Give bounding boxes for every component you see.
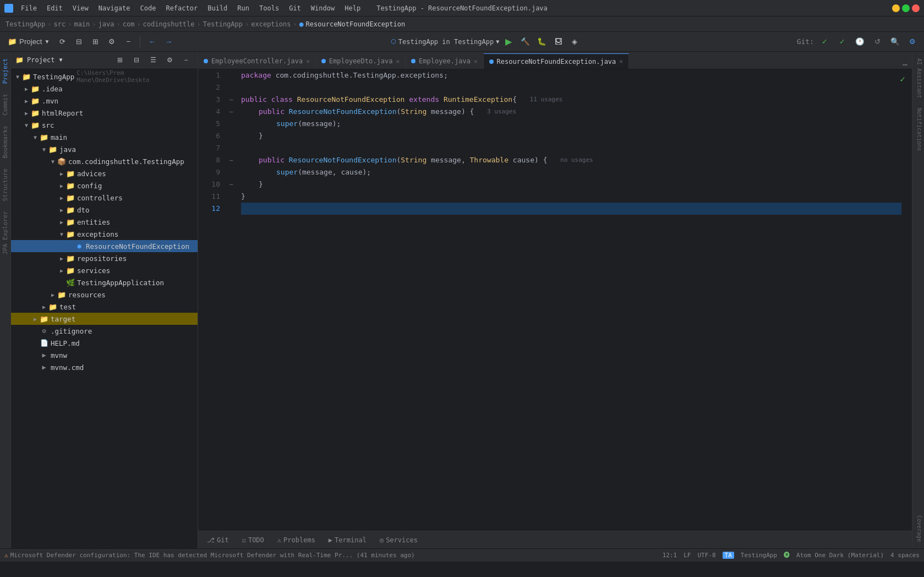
close-button[interactable] xyxy=(912,4,920,12)
indent-setting[interactable]: 4 spaces xyxy=(890,552,920,559)
sidebar-item-jpa[interactable]: JPA Explorer xyxy=(1,206,10,259)
tree-config[interactable]: 📁 config xyxy=(11,179,198,192)
tree-mvnw[interactable]: ▶ mvnw xyxy=(11,349,198,361)
menu-refactor[interactable]: Refactor xyxy=(161,3,202,13)
debug-button[interactable]: 🐛 xyxy=(534,35,549,49)
bottom-tab-git[interactable]: ⎇ Git xyxy=(203,532,233,548)
menu-file[interactable]: File xyxy=(17,3,41,13)
menu-build[interactable]: Build xyxy=(203,3,232,13)
project-toolbar-btn[interactable]: ⊞ xyxy=(113,55,127,66)
project-toolbar-btn3[interactable]: ☰ xyxy=(146,55,160,66)
minus-icon[interactable]: − xyxy=(121,35,135,49)
sidebar-item-commit[interactable]: Commit xyxy=(1,89,10,120)
project-toolbar-btn5[interactable]: − xyxy=(179,55,193,66)
profile-button[interactable]: ◈ xyxy=(567,35,582,49)
tab-resource-not-found[interactable]: ResourceNotFoundException.java ✕ xyxy=(484,53,629,69)
tree-helpmd[interactable]: 📄 HELP.md xyxy=(11,337,198,349)
breadcrumb-item[interactable]: exceptions xyxy=(251,20,291,28)
sidebar-item-project[interactable]: Project xyxy=(1,54,10,88)
tree-mvnwcmd[interactable]: ▶ mvnw.cmd xyxy=(11,361,198,373)
settings-icon[interactable]: ⚙ xyxy=(105,35,119,49)
menu-edit[interactable]: Edit xyxy=(42,3,67,13)
tree-root[interactable]: 📁 TestingApp C:\Users\Prem Mane\OneDrive… xyxy=(11,70,198,83)
tree-repositories[interactable]: 📁 repositories xyxy=(11,252,198,264)
git-checkmark-icon[interactable]: ✓ xyxy=(817,35,832,49)
fold-open[interactable]: − xyxy=(226,106,237,118)
git-check2-icon[interactable]: ✓ xyxy=(835,35,849,49)
encoding[interactable]: UTF-8 xyxy=(697,552,715,559)
tree-app-main[interactable]: 🌿 TestingAppApplication xyxy=(11,276,198,288)
fold-open[interactable]: − xyxy=(226,154,237,166)
code-editor[interactable]: 1 2 3 4 5 6 7 8 9 10 11 12 xyxy=(198,69,912,531)
coverage-button[interactable]: ⛾ xyxy=(551,35,565,49)
tab-close-button[interactable]: ✕ xyxy=(474,58,478,65)
search-button[interactable]: 🔍 xyxy=(888,35,902,49)
project-toolbar-btn2[interactable]: ⊟ xyxy=(129,55,144,66)
forward-button[interactable]: → xyxy=(161,35,176,49)
line-ending[interactable]: LF xyxy=(684,552,691,559)
tree-mvn[interactable]: 📁 .mvn xyxy=(11,95,198,107)
menu-tools[interactable]: Tools xyxy=(255,3,283,13)
menu-run[interactable]: Run xyxy=(233,3,254,13)
status-project[interactable]: TestingApp xyxy=(741,552,777,559)
project-toolbar-btn4[interactable]: ⚙ xyxy=(162,55,177,66)
build-button[interactable]: 🔨 xyxy=(518,35,532,49)
cursor-position[interactable]: 12:1 xyxy=(663,552,677,559)
tree-gitignore[interactable]: ⚙ .gitignore xyxy=(11,325,198,337)
tree-advices[interactable]: 📁 advices xyxy=(11,167,198,179)
breadcrumb-item[interactable]: main xyxy=(74,20,90,28)
bottom-tab-problems[interactable]: ⚠ Problems xyxy=(273,532,320,548)
bottom-tab-terminal[interactable]: ▶ Terminal xyxy=(324,532,371,548)
git-history-icon[interactable]: 🕐 xyxy=(852,35,867,49)
right-sidebar-coverage[interactable]: Coverage xyxy=(914,511,923,546)
menu-navigate[interactable]: Navigate xyxy=(94,3,135,13)
menu-help[interactable]: Help xyxy=(340,3,365,13)
breadcrumb-item[interactable]: java xyxy=(99,20,114,28)
tree-htmlreport[interactable]: 📁 htmlReport xyxy=(11,107,198,119)
collapse-all-icon[interactable]: ⊟ xyxy=(72,35,86,49)
maximize-button[interactable] xyxy=(902,4,910,12)
tab-close-button[interactable]: ✕ xyxy=(619,58,623,65)
tree-dto[interactable]: 📁 dto xyxy=(11,204,198,216)
menu-code[interactable]: Code xyxy=(136,3,161,13)
fold-open[interactable]: − xyxy=(226,178,237,190)
tree-exceptions[interactable]: 📁 exceptions xyxy=(11,228,198,240)
minimize-button[interactable] xyxy=(892,4,900,12)
tree-java[interactable]: 📁 java xyxy=(11,143,198,155)
tree-entities[interactable]: 📁 entities xyxy=(11,216,198,228)
tree-services[interactable]: 📁 services xyxy=(11,264,198,276)
code-line-12[interactable] xyxy=(241,203,901,215)
tree-resources[interactable]: 📁 resources xyxy=(11,288,198,301)
run-button[interactable]: ▶ xyxy=(501,35,516,49)
tab-employee-controller[interactable]: EmployeeController.java ✕ xyxy=(198,53,316,69)
right-sidebar-notifications[interactable]: Notifications xyxy=(914,104,923,155)
project-dropdown[interactable]: 📁 Project ▼ xyxy=(4,35,53,49)
expand-all-icon[interactable]: ⊞ xyxy=(88,35,102,49)
tab-employee[interactable]: Employee.java ✕ xyxy=(406,53,484,69)
breadcrumb-item[interactable]: src xyxy=(53,20,65,28)
tree-src[interactable]: 📁 src xyxy=(11,119,198,131)
fold-open[interactable]: − xyxy=(226,94,237,106)
settings-button[interactable]: ⚙ xyxy=(905,35,920,49)
breadcrumb-item[interactable]: TestingApp xyxy=(203,20,243,28)
right-sidebar-ai-assistant[interactable]: AI Assistant xyxy=(914,54,923,102)
git-undo-icon[interactable]: ↺ xyxy=(870,35,884,49)
breadcrumb-item[interactable]: codingshuttle xyxy=(143,20,195,28)
menu-view[interactable]: View xyxy=(68,3,93,13)
tree-resource-not-found[interactable]: ● ResourceNotFoundException xyxy=(11,240,198,252)
tree-target[interactable]: 📁 target xyxy=(11,313,198,325)
menu-git[interactable]: Git xyxy=(285,3,305,13)
sidebar-item-bookmarks[interactable]: Bookmarks xyxy=(1,121,10,163)
tree-package[interactable]: 📦 com.codingshuttle.TestingApp xyxy=(11,155,198,167)
bottom-tab-todo[interactable]: ☑ TODO xyxy=(238,532,269,548)
status-warning[interactable]: ⚠ Microsoft Defender configuration: The … xyxy=(4,552,415,559)
code-lines[interactable]: package com.codingshuttle.TestingApp.exc… xyxy=(237,69,912,215)
breadcrumb-item[interactable]: TestingApp xyxy=(6,20,45,28)
tab-employee-dto[interactable]: EmployeeDto.java ✕ xyxy=(316,53,406,69)
tree-test[interactable]: 📁 test xyxy=(11,301,198,313)
back-button[interactable]: ← xyxy=(145,35,159,49)
sync-icon[interactable]: ⟳ xyxy=(55,35,69,49)
tree-idea[interactable]: 📁 .idea xyxy=(11,83,198,95)
status-theme[interactable]: Atom One Dark (Material) xyxy=(796,552,884,559)
tab-overflow-button[interactable]: ⋯ xyxy=(899,60,912,69)
